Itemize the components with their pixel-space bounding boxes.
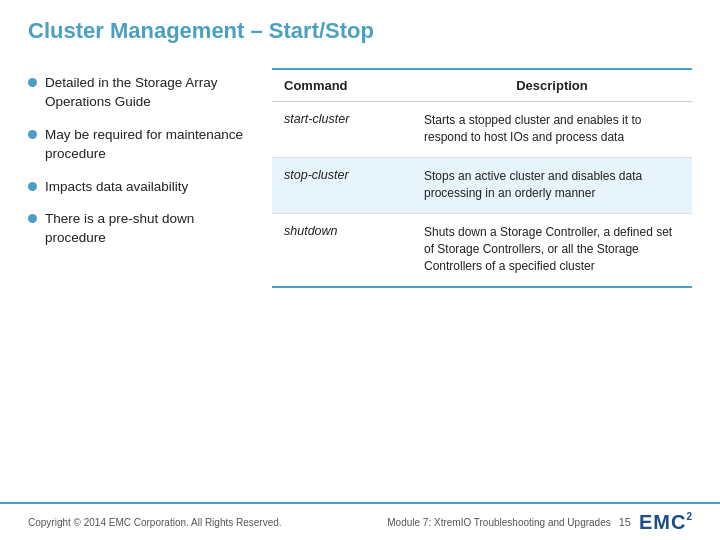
row-desc-3: Shuts down a Storage Controller, a defin… [412,214,692,286]
copyright-text: Copyright © 2014 EMC Corporation. All Ri… [28,517,282,528]
list-item: There is a pre-shut down procedure [28,210,248,248]
footer-right: Module 7: XtremIO Troubleshooting and Up… [387,512,692,532]
row-desc-1: Starts a stopped cluster and enables it … [412,102,692,157]
module-text: Module 7: XtremIO Troubleshooting and Up… [387,517,610,528]
row-command-1: start-cluster [272,102,412,157]
bullet-text: There is a pre-shut down procedure [45,210,248,248]
row-command-2: stop-cluster [272,158,412,213]
list-item: Impacts data availability [28,178,248,197]
list-item: May be required for maintenance procedur… [28,126,248,164]
slide-title: Cluster Management – Start/Stop [28,18,692,44]
emc-logo: EMC2 [639,512,692,532]
bullet-icon [28,78,37,87]
data-table: Command Description start-cluster Starts… [272,68,692,288]
bullet-icon [28,130,37,139]
bullet-text: May be required for maintenance procedur… [45,126,248,164]
row-desc-2: Stops an active cluster and disables dat… [412,158,692,213]
header-description: Description [412,70,692,101]
emc-logo-text: EMC [639,512,686,532]
slide-footer: Copyright © 2014 EMC Corporation. All Ri… [0,502,720,540]
bullet-list: Detailed in the Storage Array Operations… [28,64,248,492]
page-number: 15 [619,516,631,528]
bullet-text: Impacts data availability [45,178,188,197]
emc-logo-super: 2 [686,512,692,522]
row-command-3: shutdown [272,214,412,286]
table-panel: Command Description start-cluster Starts… [272,64,692,492]
bullet-text: Detailed in the Storage Array Operations… [45,74,248,112]
table-header-row: Command Description [272,70,692,102]
table-row: stop-cluster Stops an active cluster and… [272,158,692,214]
header-command: Command [272,70,412,101]
slide-body: Detailed in the Storage Array Operations… [0,54,720,502]
bullet-icon [28,214,37,223]
bullet-icon [28,182,37,191]
list-item: Detailed in the Storage Array Operations… [28,74,248,112]
slide-title-bar: Cluster Management – Start/Stop [0,0,720,54]
table-row: shutdown Shuts down a Storage Controller… [272,214,692,286]
table-row: start-cluster Starts a stopped cluster a… [272,102,692,158]
slide: Cluster Management – Start/Stop Detailed… [0,0,720,540]
